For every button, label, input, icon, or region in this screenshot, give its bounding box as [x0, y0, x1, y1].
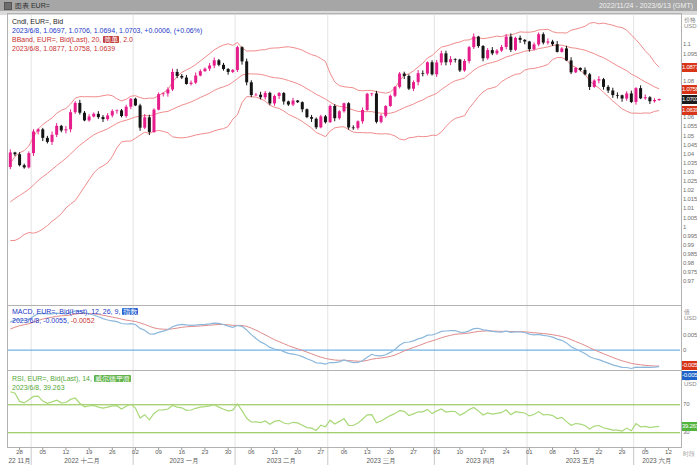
- candle-body: [97, 114, 100, 117]
- day-tick-label: 01: [526, 449, 533, 455]
- candle-body: [315, 119, 318, 128]
- candle-body: [250, 82, 253, 95]
- legend-rsi-prefix: RSI, EUR=, Bid(Last), 14,: [12, 375, 94, 382]
- day-tick-label: 27: [410, 449, 417, 455]
- candle-body: [551, 42, 554, 45]
- candle-body: [505, 37, 508, 47]
- candle-body: [180, 76, 183, 78]
- candle-body: [477, 37, 480, 46]
- candle-body: [83, 113, 86, 121]
- candle-body: [602, 79, 605, 87]
- candle-body: [18, 154, 21, 165]
- macd-axis-tick: 0.005: [683, 332, 697, 338]
- candle-body: [514, 38, 517, 50]
- day-tick-label: 28: [16, 449, 23, 455]
- candle-body: [273, 96, 276, 103]
- price-axis-badge: 1.0639: [682, 106, 697, 115]
- chart-canvas[interactable]: [0, 0, 697, 472]
- candle-body: [639, 88, 642, 98]
- day-tick-label: 20: [387, 449, 394, 455]
- candle-body: [292, 101, 295, 105]
- candle-body: [129, 99, 132, 107]
- candle-body: [115, 110, 118, 111]
- candle-body: [468, 47, 471, 61]
- chart-container[interactable]: Cndl, EUR=, Bid 2023/6/8, 1.0697, 1.0706…: [0, 0, 697, 472]
- candle-body: [254, 95, 257, 96]
- candle-body: [148, 117, 151, 132]
- day-tick-label: 16: [178, 449, 185, 455]
- day-tick-label: 26: [109, 449, 116, 455]
- price-axis-tick: 1.045: [683, 142, 697, 148]
- candle-body: [449, 59, 452, 62]
- candle-body: [231, 70, 234, 72]
- candle-body: [166, 89, 169, 93]
- candle-body: [482, 46, 485, 58]
- legend-rsi-method-chip: 威尔德平滑: [94, 375, 131, 382]
- price-axis-tick: 0.995: [683, 233, 697, 239]
- candle-body: [611, 91, 614, 96]
- month-label: 2023 一月: [169, 457, 198, 466]
- candle-body: [616, 95, 619, 96]
- candle-body: [213, 60, 216, 65]
- candle-body: [380, 116, 383, 122]
- day-tick-label: 27: [317, 449, 324, 455]
- candle-body: [384, 106, 387, 116]
- legend-ohlc: 2023/6/8, 1.0697, 1.0706, 1.0694, 1.0703…: [12, 26, 202, 35]
- price-axis-tick: 0.97: [683, 278, 694, 284]
- candle-body: [426, 62, 429, 73]
- candle-body: [574, 68, 577, 72]
- candle-body: [653, 100, 656, 101]
- candle-body: [607, 87, 610, 91]
- candle-body: [533, 44, 536, 49]
- candle-body: [23, 165, 26, 167]
- candle-body: [157, 94, 160, 109]
- candle-body: [648, 97, 651, 101]
- candle-body: [37, 129, 40, 131]
- candle-body: [565, 48, 568, 60]
- rsi-axis-tick: 70: [683, 401, 689, 407]
- bollinger-mid-line: [10, 45, 659, 202]
- time-axis-label: 时段: [683, 450, 695, 459]
- candle-body: [287, 101, 290, 104]
- day-tick-label: 13: [364, 449, 371, 455]
- day-tick-label: 02: [132, 449, 139, 455]
- day-tick-label: 13: [271, 449, 278, 455]
- legend-bband-suffix: , 2.0: [119, 36, 133, 43]
- candle-body: [375, 93, 378, 121]
- candle-body: [32, 131, 35, 153]
- candle-body: [588, 74, 591, 87]
- candle-body: [528, 42, 531, 50]
- candle-body: [185, 78, 188, 84]
- candle-body: [305, 109, 308, 117]
- candle-body: [278, 93, 281, 96]
- month-label: 2023 二月: [267, 457, 296, 466]
- price-axis-badge: 1.0703: [682, 95, 697, 104]
- macd-legend: MACD, EUR=, Bid(Last), 12, 26, 9, 指数 202…: [12, 307, 138, 325]
- price-axis-tick: 1.08: [683, 78, 694, 84]
- price-axis-tick: 1.025: [683, 178, 697, 184]
- day-tick-label: 06: [341, 449, 348, 455]
- candle-body: [190, 83, 193, 84]
- candle-body: [338, 111, 341, 118]
- price-axis-tick: 1.06: [683, 114, 694, 120]
- day-tick-label: 15: [572, 449, 579, 455]
- candle-body: [69, 112, 72, 129]
- price-axis-unit-2: USD: [684, 23, 697, 29]
- price-axis-tick: 0.99: [683, 242, 694, 248]
- candle-body: [333, 106, 336, 118]
- candle-body: [454, 59, 457, 60]
- candle-body: [398, 74, 401, 87]
- candle-body: [268, 93, 271, 104]
- candle-body: [55, 126, 58, 135]
- day-tick-label: 05: [642, 449, 649, 455]
- candle-body: [393, 87, 396, 96]
- rsi-axis-badge: 39.263: [682, 422, 697, 431]
- candle-body: [570, 60, 573, 72]
- price-axis-tick: 1.02: [683, 187, 694, 193]
- candle-body: [120, 110, 123, 116]
- legend-bband-values: 2023/6/8, 1.0877, 1.0758, 1.0639: [12, 44, 202, 53]
- candle-body: [361, 110, 364, 121]
- candle-body: [227, 69, 230, 72]
- candle-body: [366, 94, 369, 110]
- day-tick-label: 03: [433, 449, 440, 455]
